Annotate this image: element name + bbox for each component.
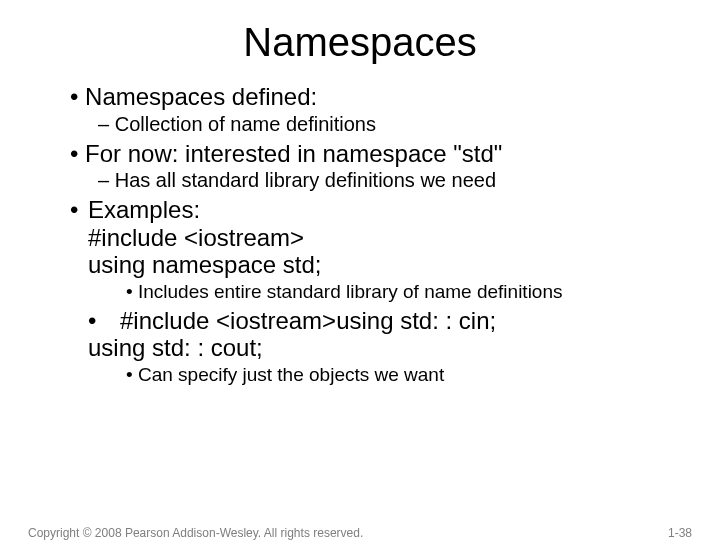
bullet-text: #include <iostream>using std: : cin; <box>120 307 496 334</box>
slide-title: Namespaces <box>0 20 720 65</box>
bullet-level1: •#include <iostream>using std: : cin; us… <box>88 307 680 362</box>
bullet-marker: • <box>88 307 120 335</box>
bullet-level3: Includes entire standard library of name… <box>126 281 680 303</box>
bullet-text: using namespace std; <box>88 251 321 278</box>
bullet-text: Namespaces defined: <box>85 83 317 110</box>
slide-content: Namespaces defined: Collection of name d… <box>70 83 680 386</box>
bullet-marker: • <box>70 196 88 224</box>
bullet-text: For now: interested in namespace "std" <box>85 140 502 167</box>
bullet-level1: Namespaces defined: <box>70 83 680 111</box>
bullet-text: Includes entire standard library of name… <box>138 281 563 302</box>
bullet-list: Namespaces defined: Collection of name d… <box>70 83 680 386</box>
slide: Namespaces Namespaces defined: Collectio… <box>0 20 720 540</box>
bullet-level3: Can specify just the objects we want <box>126 364 680 386</box>
bullet-text: Has all standard library definitions we … <box>115 169 496 191</box>
bullet-level1: For now: interested in namespace "std" <box>70 140 680 168</box>
bullet-text: Collection of name definitions <box>115 113 376 135</box>
footer-copyright: Copyright © 2008 Pearson Addison-Wesley.… <box>28 526 363 540</box>
bullet-level2: Collection of name definitions <box>98 113 680 136</box>
bullet-text: using std: : cout; <box>88 334 263 361</box>
bullet-level2: Has all standard library definitions we … <box>98 169 680 192</box>
bullet-text: #include <iostream> <box>88 224 304 251</box>
bullet-level1: •Examples: #include <iostream> using nam… <box>70 196 680 279</box>
bullet-text: Can specify just the objects we want <box>138 364 444 385</box>
footer-page-number: 1-38 <box>668 526 692 540</box>
bullet-text: Examples: <box>88 196 200 223</box>
